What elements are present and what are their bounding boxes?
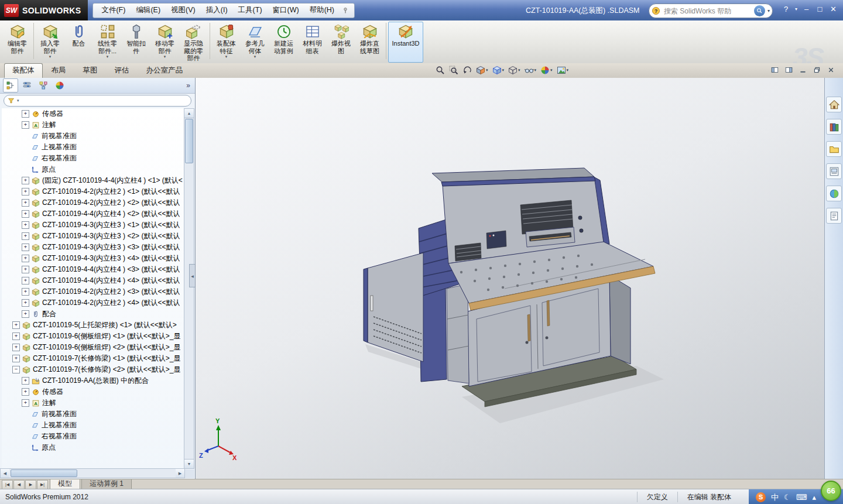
ribbon-bill-of-materials-button[interactable]: 材料明细表	[298, 22, 327, 63]
tree-item[interactable]: +CZT-101019-7(长修饰梁) <1> (默认<<默认>_显	[2, 353, 184, 364]
maximize-button[interactable]: □	[814, 5, 826, 13]
pane-right-button[interactable]	[784, 66, 794, 74]
expand-toggle[interactable]: +	[22, 110, 29, 118]
taskpane-view-palette[interactable]	[826, 163, 842, 179]
scroll-right-icon[interactable]: ▶	[176, 469, 184, 478]
tree-item[interactable]: +CZT-101019-4-2(内立柱2 ) <2> (默认<<默认	[2, 197, 184, 208]
expand-toggle[interactable]: +	[12, 355, 20, 362]
tree-item[interactable]: +CZT-101019-6(侧板组焊) <2> (默认<<默认>_显	[2, 342, 184, 353]
scroll-up-icon[interactable]: ▲	[184, 109, 194, 118]
help-search-input[interactable]	[663, 6, 752, 16]
ribbon-insert-component-button[interactable]: 插入零部件 ▼	[36, 22, 64, 63]
tree-item[interactable]: +CZT-101019-4-2(内立柱2 ) <4> (默认<<默认	[2, 297, 184, 308]
graphics-viewport[interactable]: Y X Z	[196, 78, 824, 479]
detached-side-panel[interactable]	[364, 253, 423, 362]
menu-view[interactable]: 视图(V)	[166, 4, 201, 17]
expand-toggle[interactable]: +	[22, 121, 29, 129]
last-model-tab-button[interactable]: ▶|	[37, 480, 48, 489]
tab-office[interactable]: 办公室产品	[138, 63, 191, 78]
expand-toggle[interactable]: +	[22, 399, 29, 407]
headsup-previous-view-button[interactable]	[461, 65, 473, 76]
expand-toggle[interactable]: +	[12, 344, 20, 351]
search-icon[interactable]	[754, 5, 765, 16]
headsup-hide-show-items-button[interactable]: ▾	[523, 65, 538, 76]
next-model-tab-button[interactable]: ▶	[25, 480, 36, 489]
menu-tools[interactable]: 工具(T)	[233, 4, 268, 17]
tray-expand-icon[interactable]: ▴	[812, 492, 816, 502]
win-min-button[interactable]	[798, 66, 808, 74]
tree-item[interactable]: +传感器	[2, 108, 184, 119]
ribbon-linear-pattern-button[interactable]: 线性零部件... ▼	[93, 22, 122, 63]
tree-item[interactable]: +CZT-101019-AA(总装图) 中的配合	[2, 375, 184, 386]
tree-item[interactable]: +A注解	[2, 397, 184, 409]
tree-vertical-scrollbar[interactable]: ▲ ▼	[184, 108, 194, 469]
tree-item[interactable]: 原点	[2, 164, 184, 175]
tree-filter-input[interactable]: ▾	[4, 95, 191, 107]
expand-toggle[interactable]: +	[22, 210, 29, 218]
taskpane-design-library[interactable]	[826, 119, 842, 135]
overlay-badge[interactable]: 66	[821, 481, 841, 501]
expand-toggle[interactable]: +	[22, 288, 29, 296]
tree-item[interactable]: +(固定) CZT-101019-4-4(内立柱4 ) <1> (默认<	[2, 175, 184, 186]
dropdown-caret-icon[interactable]: ▼	[213, 55, 240, 59]
menu-file[interactable]: 文件(F)	[96, 4, 131, 17]
expand-toggle[interactable]: +	[22, 299, 29, 307]
ribbon-explode-line-sketch-button[interactable]: 爆炸直线草图	[355, 22, 384, 63]
prev-model-tab-button[interactable]: ◀	[13, 480, 25, 489]
tree-item[interactable]: 前视基准面	[2, 131, 184, 142]
expand-toggle[interactable]: +	[22, 388, 29, 396]
taskpane-file-explorer[interactable]	[826, 141, 842, 157]
tab-layout[interactable]: 布局	[43, 63, 74, 78]
taskpane-solidworks-resources[interactable]	[826, 97, 842, 112]
tree-item[interactable]: +CZT-101019-4-4(内立柱4 ) <2> (默认<<默认	[2, 208, 184, 220]
tree-item[interactable]: +A注解	[2, 119, 184, 131]
expand-toggle[interactable]: +	[22, 177, 29, 184]
dropdown-caret-icon[interactable]: ▼	[241, 55, 269, 59]
configurationmanager-tab[interactable]	[36, 78, 51, 92]
expand-toggle[interactable]: +	[12, 321, 20, 329]
scroll-down-icon[interactable]: ▼	[184, 459, 194, 468]
expand-toggle[interactable]: +	[22, 277, 29, 284]
expand-toggle[interactable]: +	[22, 188, 29, 196]
tree-item[interactable]: −CZT-101019-7(长修饰梁) <2> (默认<<默认>_显	[2, 364, 184, 375]
expand-toggle[interactable]: +	[22, 377, 29, 385]
more-tabs-button[interactable]: »	[186, 81, 192, 90]
menu-insert[interactable]: 插入(I)	[201, 4, 233, 17]
panel-collapse-button[interactable]: ◀	[189, 264, 195, 287]
expand-toggle[interactable]: +	[22, 310, 29, 318]
tab-evaluate[interactable]: 评估	[107, 63, 138, 78]
ribbon-instant3d-button[interactable]: Instant3D	[388, 22, 423, 63]
dropdown-caret-icon[interactable]: ▼	[151, 55, 179, 59]
tree-item[interactable]: +CZT-101019-5(上托架焊接) <1> (默认<<默认>	[2, 320, 184, 331]
close-button[interactable]: ✕	[827, 5, 839, 13]
tree-horizontal-scrollbar[interactable]: ◀ ▶	[0, 468, 185, 478]
scrollbar-thumb[interactable]	[185, 119, 193, 163]
tab-sketch[interactable]: 草图	[75, 63, 106, 78]
ribbon-show-hidden-components-button[interactable]: 显示隐藏的零部件	[179, 22, 208, 63]
scrollbar-thumb[interactable]	[11, 469, 77, 477]
expand-toggle[interactable]: +	[22, 199, 29, 207]
headsup-section-view-button[interactable]: ▾	[475, 65, 489, 76]
help-button[interactable]: ?	[780, 5, 792, 13]
ribbon-assembly-features-button[interactable]: 装配体特征 ▼	[212, 22, 241, 63]
filter-caret-icon[interactable]: ▾	[17, 98, 19, 103]
pin-icon[interactable]	[340, 7, 351, 14]
headsup-view-orientation-button[interactable]: ▾	[491, 65, 506, 76]
tree-item[interactable]: +CZT-101019-4-2(内立柱2 ) <1> (默认<<默认	[2, 186, 184, 197]
input-mode-moon-icon[interactable]: ☾	[784, 492, 791, 502]
ribbon-new-motion-study-button[interactable]: 新建运动算例	[269, 22, 298, 63]
minimize-button[interactable]: –	[800, 5, 813, 13]
menu-edit[interactable]: 编辑(E)	[131, 4, 166, 17]
propertymanager-tab[interactable]	[19, 78, 35, 92]
ribbon-reference-geometry-button[interactable]: 参考几何体 ▼	[241, 22, 269, 63]
input-lang-icon[interactable]: 中	[771, 492, 779, 502]
headsup-zoom-fit-button[interactable]	[434, 65, 446, 76]
expand-toggle[interactable]: −	[12, 366, 20, 373]
bottom-tab-model[interactable]: 模型	[50, 479, 80, 489]
search-caret-icon[interactable]: ▾	[767, 8, 770, 13]
scroll-left-icon[interactable]: ◀	[1, 469, 9, 478]
headsup-apply-scene-button[interactable]: ▾	[556, 65, 570, 76]
menu-window[interactable]: 窗口(W)	[268, 4, 304, 17]
tree-item[interactable]: +CZT-101019-4-3(内立柱3 ) <4> (默认<<默认	[2, 253, 184, 264]
tree-item[interactable]: +配合	[2, 308, 184, 320]
